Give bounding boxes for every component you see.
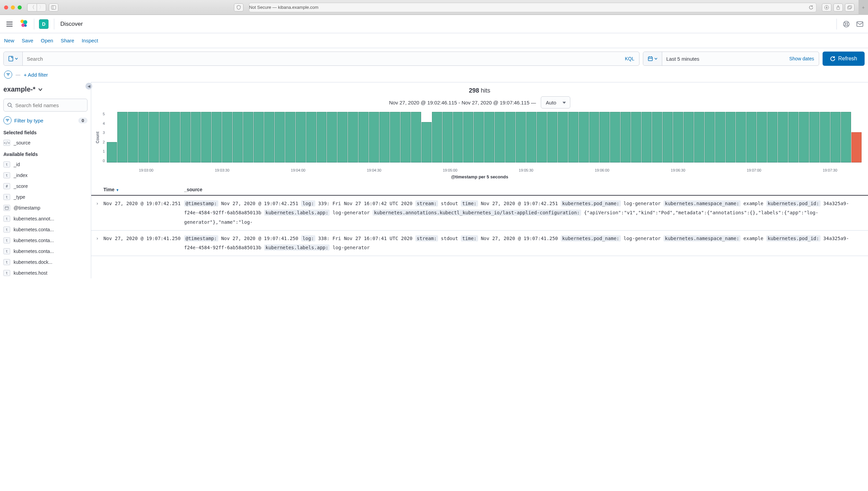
histogram-bar[interactable] <box>379 112 390 162</box>
histogram-bar[interactable] <box>400 112 411 162</box>
histogram-bar[interactable] <box>191 112 201 162</box>
histogram-bar[interactable] <box>495 112 505 162</box>
histogram-bar[interactable] <box>505 112 515 162</box>
sidebar-toggle-button[interactable] <box>49 3 58 12</box>
collapse-sidebar-button[interactable]: ◀ <box>85 83 92 90</box>
histogram-bar[interactable] <box>337 112 348 162</box>
expand-row-button[interactable]: › <box>91 199 103 227</box>
new-tab-button[interactable]: + <box>859 0 868 15</box>
search-input[interactable] <box>23 56 620 62</box>
histogram-bar[interactable] <box>484 112 494 162</box>
histogram-bar[interactable] <box>233 112 243 162</box>
histogram-bar[interactable] <box>715 112 725 162</box>
histogram-bar[interactable] <box>663 112 673 162</box>
histogram-bar[interactable] <box>547 112 557 162</box>
submenu-save[interactable]: Save <box>22 38 33 43</box>
histogram-bar[interactable] <box>170 112 180 162</box>
date-range-value[interactable]: Last 5 minutes <box>662 56 785 62</box>
histogram-bar[interactable] <box>778 112 788 162</box>
index-pattern-selector[interactable]: example-* <box>3 83 87 96</box>
date-quick-select-button[interactable] <box>643 52 662 65</box>
histogram-bar[interactable] <box>726 112 736 162</box>
field-item[interactable]: tkubernetes.annot... <box>3 213 87 224</box>
submenu-share[interactable]: Share <box>61 38 74 43</box>
field-item[interactable]: tkubernetes.conta... <box>3 246 87 257</box>
histogram-bar[interactable] <box>442 112 453 162</box>
histogram-bar[interactable] <box>599 112 610 162</box>
field-item[interactable]: #_score <box>3 181 87 192</box>
histogram-bar[interactable] <box>432 112 442 162</box>
histogram-bar[interactable] <box>317 112 327 162</box>
field-item[interactable]: </>_source <box>3 137 87 148</box>
newsfeed-icon[interactable] <box>856 20 864 28</box>
histogram-bar[interactable] <box>117 112 127 162</box>
histogram-bar[interactable] <box>369 112 379 162</box>
histogram-bar[interactable] <box>358 112 369 162</box>
histogram-bar[interactable] <box>107 142 117 162</box>
column-header-source[interactable]: _source <box>184 187 868 192</box>
histogram-bar[interactable] <box>589 112 599 162</box>
field-item[interactable]: t_type <box>3 192 87 202</box>
histogram-bar[interactable] <box>736 112 746 162</box>
help-icon[interactable] <box>842 20 850 28</box>
histogram-bar[interactable] <box>652 112 662 162</box>
submenu-new[interactable]: New <box>4 38 14 43</box>
column-header-time[interactable]: Time▼ <box>103 187 184 192</box>
histogram-bar[interactable] <box>705 112 715 162</box>
histogram-bar[interactable] <box>390 112 400 162</box>
histogram-bar[interactable] <box>243 112 253 162</box>
field-item[interactable]: tkubernetes.conta... <box>3 235 87 246</box>
minimize-window-button[interactable] <box>11 5 15 9</box>
histogram-bar[interactable] <box>474 112 484 162</box>
histogram-bar[interactable] <box>851 132 862 162</box>
histogram-bar[interactable] <box>149 112 159 162</box>
histogram-bar[interactable] <box>421 122 432 162</box>
elastic-logo[interactable] <box>19 19 30 30</box>
privacy-button[interactable] <box>234 3 243 12</box>
histogram-bar[interactable] <box>159 112 170 162</box>
filter-by-type-button[interactable]: Filter by type <box>14 118 43 123</box>
histogram-bar[interactable] <box>767 112 777 162</box>
forward-button[interactable]: 〉 <box>37 3 46 12</box>
add-filter-button[interactable]: + Add filter <box>24 72 48 78</box>
histogram-bar[interactable] <box>254 112 264 162</box>
histogram-bar[interactable] <box>610 112 620 162</box>
maximize-window-button[interactable] <box>18 5 22 9</box>
field-item[interactable]: t_index <box>3 170 87 181</box>
histogram-bar[interactable] <box>537 112 547 162</box>
show-dates-button[interactable]: Show dates <box>785 56 819 61</box>
refresh-button[interactable]: Refresh <box>823 52 865 66</box>
url-bar[interactable]: Not Secure — kibana.example.com <box>249 3 816 12</box>
histogram-bar[interactable] <box>820 112 830 162</box>
histogram-bar[interactable] <box>694 112 704 162</box>
close-window-button[interactable] <box>4 5 8 9</box>
histogram-bar[interactable] <box>212 112 222 162</box>
histogram-bar[interactable] <box>558 112 568 162</box>
histogram-bar[interactable] <box>631 112 641 162</box>
histogram-bar[interactable] <box>568 112 578 162</box>
histogram-bar[interactable] <box>128 112 138 162</box>
kql-toggle[interactable]: KQL <box>620 56 639 61</box>
histogram-bar[interactable] <box>620 112 631 162</box>
histogram-bar[interactable] <box>516 112 526 162</box>
histogram-bar[interactable] <box>788 112 798 162</box>
histogram-bar[interactable] <box>138 112 149 162</box>
histogram-bar[interactable] <box>809 112 820 162</box>
histogram-bar[interactable] <box>296 112 306 162</box>
histogram-bar[interactable] <box>757 112 767 162</box>
histogram-bar[interactable] <box>201 112 211 162</box>
histogram-bar[interactable] <box>799 112 809 162</box>
histogram-bar[interactable] <box>285 112 295 162</box>
field-item[interactable]: tkubernetes.conta... <box>3 224 87 235</box>
histogram-bar[interactable] <box>453 112 463 162</box>
histogram-bar[interactable] <box>684 112 694 162</box>
field-item[interactable]: tkubernetes.host <box>3 268 87 278</box>
histogram-bar[interactable] <box>642 112 652 162</box>
back-button[interactable]: 〈 <box>27 3 37 12</box>
chart-bars[interactable] <box>107 112 861 163</box>
field-item[interactable]: tkubernetes.dock... <box>3 257 87 268</box>
menu-toggle-button[interactable] <box>4 19 15 30</box>
interval-select[interactable]: Auto <box>541 96 570 109</box>
histogram-bar[interactable] <box>746 112 756 162</box>
histogram-bar[interactable] <box>463 112 473 162</box>
